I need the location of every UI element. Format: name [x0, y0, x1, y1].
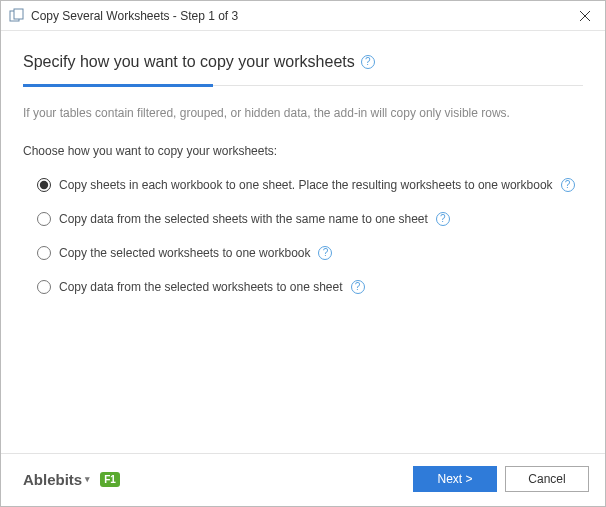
- option-selected-to-one-workbook[interactable]: Copy the selected worksheets to one work…: [37, 246, 583, 260]
- option-label: Copy data from the selected sheets with …: [59, 212, 428, 226]
- radio-input[interactable]: [37, 280, 51, 294]
- radio-group: Copy sheets in each workbook to one shee…: [23, 178, 583, 294]
- titlebar: Copy Several Worksheets - Step 1 of 3: [1, 1, 605, 31]
- dialog-window: Copy Several Worksheets - Step 1 of 3 Sp…: [0, 0, 606, 507]
- next-button[interactable]: Next >: [413, 466, 497, 492]
- close-icon: [580, 11, 590, 21]
- brand-link[interactable]: Ablebits ▾: [23, 471, 90, 488]
- close-button[interactable]: [565, 1, 605, 31]
- page-heading: Specify how you want to copy your worksh…: [23, 53, 355, 71]
- app-icon: [9, 8, 25, 24]
- content-area: Specify how you want to copy your worksh…: [1, 31, 605, 453]
- radio-input[interactable]: [37, 246, 51, 260]
- info-text: If your tables contain filtered, grouped…: [23, 106, 583, 120]
- help-icon[interactable]: ?: [318, 246, 332, 260]
- heading-row: Specify how you want to copy your worksh…: [23, 53, 583, 71]
- brand-label: Ablebits: [23, 471, 82, 488]
- help-icon[interactable]: ?: [361, 55, 375, 69]
- option-label: Copy sheets in each workbook to one shee…: [59, 178, 553, 192]
- help-icon[interactable]: ?: [351, 280, 365, 294]
- help-icon[interactable]: ?: [436, 212, 450, 226]
- radio-input[interactable]: [37, 178, 51, 192]
- tab-indicator: [23, 85, 583, 86]
- chevron-down-icon: ▾: [85, 474, 90, 484]
- option-label: Copy data from the selected worksheets t…: [59, 280, 343, 294]
- help-icon[interactable]: ?: [561, 178, 575, 192]
- option-copy-each-to-one-sheet[interactable]: Copy sheets in each workbook to one shee…: [37, 178, 583, 192]
- radio-input[interactable]: [37, 212, 51, 226]
- option-label: Copy the selected worksheets to one work…: [59, 246, 310, 260]
- option-same-name-to-one-sheet[interactable]: Copy data from the selected sheets with …: [37, 212, 583, 226]
- choose-label: Choose how you want to copy your workshe…: [23, 144, 583, 158]
- f1-help-badge[interactable]: F1: [100, 472, 120, 487]
- svg-rect-1: [14, 9, 23, 19]
- footer: Ablebits ▾ F1 Next > Cancel: [1, 453, 605, 506]
- option-selected-to-one-sheet[interactable]: Copy data from the selected worksheets t…: [37, 280, 583, 294]
- titlebar-title: Copy Several Worksheets - Step 1 of 3: [31, 9, 565, 23]
- cancel-button[interactable]: Cancel: [505, 466, 589, 492]
